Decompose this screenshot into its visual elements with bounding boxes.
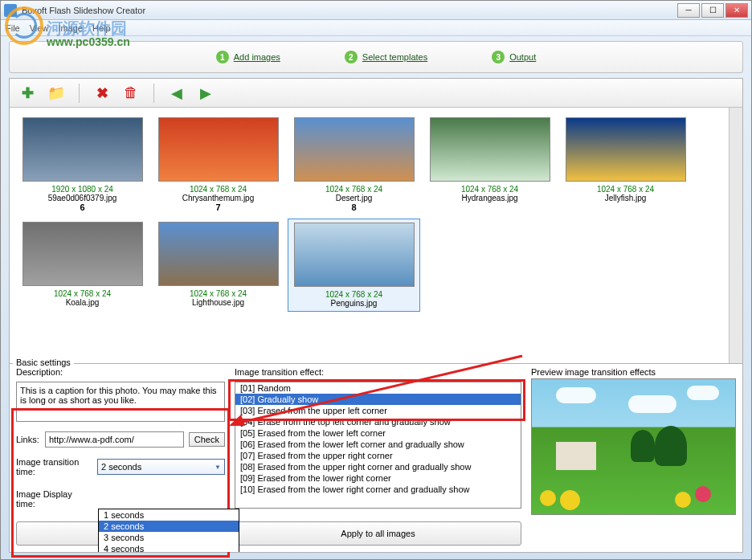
settings-panel: Description: Links: Check Image transiti… xyxy=(10,363,742,552)
step-output[interactable]: 3 Output xyxy=(492,51,536,63)
titlebar: Boxoft Flash Slideshow Creator ─ ☐ ✕ xyxy=(1,1,751,20)
dropdown-option[interactable]: 1 seconds xyxy=(99,509,239,521)
effect-option[interactable]: [02] Gradually show xyxy=(235,394,521,405)
effect-option[interactable]: [03] Erased from the upper left corner xyxy=(235,405,521,416)
main-window: Boxoft Flash Slideshow Creator ─ ☐ ✕ Fil… xyxy=(0,0,752,560)
links-input[interactable] xyxy=(45,431,184,448)
window-title: Boxoft Flash Slideshow Creator xyxy=(22,6,677,15)
scrollbar[interactable] xyxy=(729,108,742,363)
transition-time-label: Image transition time: xyxy=(16,457,92,476)
app-icon xyxy=(4,4,17,17)
transition-time-select[interactable]: 2 seconds xyxy=(97,459,225,475)
effect-option[interactable]: [05] Erased from the lower left corner xyxy=(235,427,521,439)
thumbnail-item[interactable]: 1024 x 768 x 24 Chrysanthemum.jpg 7 xyxy=(152,114,284,215)
thumbnail-item[interactable]: 1024 x 768 x 24 Koala.jpg xyxy=(16,219,149,312)
delete-button[interactable]: ✖ xyxy=(92,84,112,103)
thumbnail-item[interactable]: 1024 x 768 x 24 Desert.jpg 8 xyxy=(288,114,420,215)
minimize-button[interactable]: ─ xyxy=(677,3,700,18)
effect-option[interactable]: [08] Erased from the upper right corner … xyxy=(235,461,521,472)
steps-bar: 1 Add images 2 Select templates 3 Output xyxy=(9,41,743,73)
effect-option[interactable]: [04] Erase from the top left corner and … xyxy=(235,416,521,427)
step-add-images[interactable]: 1 Add images xyxy=(216,51,280,63)
check-button[interactable]: Check xyxy=(189,432,225,447)
add-image-button[interactable]: ✚ xyxy=(18,84,37,103)
maximize-button[interactable]: ☐ xyxy=(701,3,724,18)
prev-button[interactable]: ◀ xyxy=(167,84,186,103)
description-input[interactable] xyxy=(16,382,225,422)
close-button[interactable]: ✕ xyxy=(725,3,748,18)
menu-file[interactable]: File xyxy=(6,23,20,33)
toolbar: ✚ 📁 ✖ 🗑 ◀ ▶ xyxy=(10,79,742,108)
thumbnail-item[interactable]: 1024 x 768 x 24 Hydrangeas.jpg xyxy=(423,114,556,215)
description-label: Description: xyxy=(16,367,225,377)
menubar: File View Image Help xyxy=(1,20,751,36)
menu-help[interactable]: Help xyxy=(92,23,111,33)
effect-option[interactable]: [07] Erased from the upper right corner xyxy=(235,450,521,461)
links-label: Links: xyxy=(16,435,40,444)
step-select-templates[interactable]: 2 Select templates xyxy=(345,51,427,63)
thumbnail-item[interactable]: 1920 x 1080 x 24 59ae0d06f0379.jpg 6 xyxy=(16,114,149,215)
transition-time-dropdown: 1 seconds2 seconds3 seconds4 seconds5 se… xyxy=(98,509,239,553)
menu-view[interactable]: View xyxy=(30,23,49,33)
dropdown-option[interactable]: 4 seconds xyxy=(99,543,239,553)
next-button[interactable]: ▶ xyxy=(196,84,215,103)
thumbnail-item[interactable]: 1024 x 768 x 24 Jellyfish.jpg xyxy=(559,114,692,215)
effect-option[interactable]: [10] Erased from the lower right corner … xyxy=(235,484,521,495)
preview-label: Preview image transition effects xyxy=(531,367,736,377)
add-folder-button[interactable]: 📁 xyxy=(47,84,66,103)
apply-all-button[interactable]: Apply to all images xyxy=(235,521,521,546)
preview-image xyxy=(531,378,736,515)
delete-all-button[interactable]: 🗑 xyxy=(121,84,141,103)
dropdown-option[interactable]: 2 seconds xyxy=(99,521,239,532)
effect-option[interactable]: [01] Random xyxy=(235,382,521,394)
effect-option[interactable]: [06] Erased from the lower left corner a… xyxy=(235,439,521,450)
thumbnail-item[interactable]: 1024 x 768 x 24 Lighthouse.jpg xyxy=(152,219,284,312)
effect-option[interactable]: [09] Erased from the lower right corner xyxy=(235,472,521,484)
display-time-label: Image Display time: xyxy=(16,489,92,509)
dropdown-option[interactable]: 3 seconds xyxy=(99,532,239,543)
menu-image[interactable]: Image xyxy=(58,23,83,33)
effect-list[interactable]: [01] Random[02] Gradually show[03] Erase… xyxy=(235,382,521,509)
content-panel: ✚ 📁 ✖ 🗑 ◀ ▶ 1920 x 1080 x 24 59ae0d06f03… xyxy=(9,78,743,553)
thumbnail-grid: 1920 x 1080 x 24 59ae0d06f0379.jpg 6 102… xyxy=(10,108,729,363)
thumbnail-item[interactable]: 1024 x 768 x 24 Penguins.jpg xyxy=(288,219,420,312)
effect-label: Image transition effect: xyxy=(235,367,521,377)
